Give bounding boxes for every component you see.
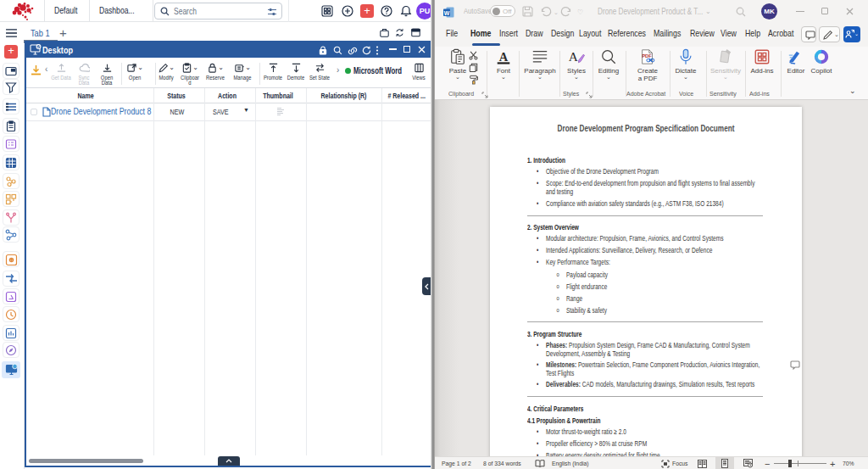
svg-text:A: A [569, 49, 579, 64]
svg-text:A: A [499, 50, 509, 64]
svg-text:W: W [444, 10, 450, 16]
svg-text:PDF: PDF [642, 53, 652, 59]
